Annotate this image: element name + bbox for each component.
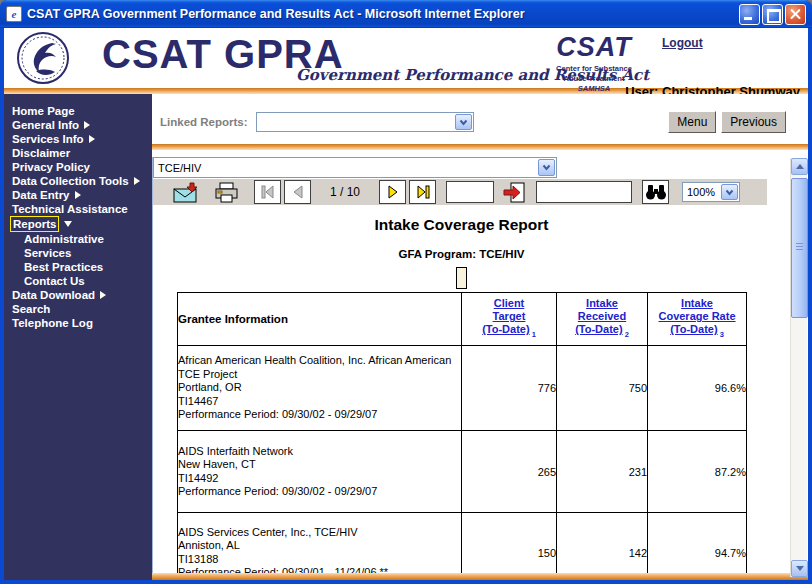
grantee-info-cell: AIDS Services Center, Inc., TCE/HIV Anni… xyxy=(178,513,462,581)
intake-received-cell: 142 xyxy=(557,513,648,581)
sidebar-item-administrative[interactable]: Administrative xyxy=(12,232,152,246)
sidebar-item-general-info[interactable]: General Info xyxy=(12,118,152,132)
grantee-info-header: Grantee Information xyxy=(178,293,462,346)
csat-logo-name: CSAT xyxy=(540,32,648,63)
chevron-down-icon[interactable] xyxy=(538,159,555,176)
last-page-button[interactable] xyxy=(409,180,436,204)
last-page-icon xyxy=(416,185,430,199)
search-input[interactable] xyxy=(536,181,632,203)
scroll-up-button[interactable] xyxy=(791,158,808,175)
intake-received-cell: 231 xyxy=(557,431,648,513)
grantee-info-cell: AIDS Interfaith Network New Haven, CT TI… xyxy=(178,431,462,513)
zoom-value: 100% xyxy=(684,186,721,198)
coverage-table: Grantee Information Client Target (To-Da… xyxy=(177,292,747,580)
sidebar-item-technical-assistance[interactable]: Technical Assistance xyxy=(12,202,152,216)
table-row: AIDS Services Center, Inc., TCE/HIV Anni… xyxy=(178,513,747,581)
arrow-right-icon xyxy=(89,135,95,143)
table-header-row: Grantee Information Client Target (To-Da… xyxy=(178,293,747,346)
csat-logo-line3: Abuse Treatment xyxy=(540,75,648,83)
arrow-right-icon xyxy=(100,291,106,299)
coverage-rate-header[interactable]: Intake Coverage Rate (To-Date)3 xyxy=(648,293,747,346)
next-page-icon xyxy=(387,185,399,199)
sidebar-item-data-entry[interactable]: Data Entry xyxy=(12,188,152,202)
footnote-marker: 2 xyxy=(625,330,629,339)
window-title: CSAT GPRA Government Performance and Res… xyxy=(27,7,739,21)
previous-page-button[interactable] xyxy=(284,180,311,204)
chevron-down-icon[interactable] xyxy=(721,184,738,200)
binoculars-icon xyxy=(645,184,667,200)
intake-received-header[interactable]: Intake Received (To-Date)2 xyxy=(557,293,648,346)
previous-page-icon xyxy=(292,185,304,199)
sidebar-item-services[interactable]: Services xyxy=(12,246,152,260)
title-bar: e CSAT GPRA Government Performance and R… xyxy=(0,0,812,28)
report-program-value: TCE/HIV xyxy=(155,162,538,174)
sidebar-item-home-page[interactable]: Home Page xyxy=(12,104,152,118)
app-header: CSAT GPRA Government Performance and Res… xyxy=(4,28,808,88)
goto-page-button[interactable] xyxy=(502,182,526,203)
report-placeholder-box xyxy=(456,267,467,289)
window-controls xyxy=(739,4,806,25)
footer-divider xyxy=(152,573,808,580)
sidebar-item-data-download[interactable]: Data Download xyxy=(12,288,152,302)
export-button[interactable] xyxy=(173,182,200,203)
vertical-scrollbar[interactable] xyxy=(790,158,807,577)
linked-reports-bar: Linked Reports: Menu Previous xyxy=(152,110,808,134)
report-subtitle: GFA Program: TCE/HIV xyxy=(177,248,746,260)
client-target-cell: 265 xyxy=(462,431,557,513)
page-indicator: 1 / 10 xyxy=(311,185,379,199)
sidebar-item-reports[interactable]: Reports xyxy=(12,216,152,232)
coverage-rate-cell: 96.6% xyxy=(648,346,747,431)
search-button[interactable] xyxy=(642,180,669,204)
hhs-eagle-logo xyxy=(16,31,70,89)
report-toolbar: 1 / 10 xyxy=(153,179,767,205)
report-viewer: TCE/HIV xyxy=(152,157,808,580)
table-row: African American Health Coalition, Inc. … xyxy=(178,346,747,431)
maximize-button[interactable] xyxy=(762,4,783,25)
goto-page-input[interactable] xyxy=(446,181,494,203)
arrow-right-icon xyxy=(134,177,140,185)
print-icon xyxy=(214,182,240,203)
scrollbar-thumb[interactable] xyxy=(791,178,808,318)
coverage-rate-cell: 94.7% xyxy=(648,513,747,581)
export-icon xyxy=(173,182,200,203)
sidebar-item-telephone-log[interactable]: Telephone Log xyxy=(12,316,152,330)
previous-button[interactable]: Previous xyxy=(721,111,786,133)
chevron-down-icon[interactable] xyxy=(455,114,472,130)
linked-reports-label: Linked Reports: xyxy=(160,116,248,128)
browser-window: e CSAT GPRA Government Performance and R… xyxy=(0,0,812,584)
first-page-icon xyxy=(261,185,275,199)
linked-reports-select[interactable] xyxy=(256,112,474,132)
report-program-select[interactable]: TCE/HIV xyxy=(153,157,557,178)
sidebar-item-disclaimer[interactable]: Disclaimer xyxy=(12,146,152,160)
intake-received-cell: 750 xyxy=(557,346,648,431)
close-button[interactable] xyxy=(785,4,806,25)
next-page-button[interactable] xyxy=(379,180,406,204)
first-page-button[interactable] xyxy=(254,180,281,204)
sidebar-item-data-collection-tools[interactable]: Data Collection Tools xyxy=(12,174,152,188)
arrow-right-icon xyxy=(84,121,90,129)
minimize-button[interactable] xyxy=(739,4,760,25)
arrow-right-icon xyxy=(75,191,81,199)
section-divider xyxy=(152,144,808,150)
goto-page-icon xyxy=(502,182,526,203)
report-title: Intake Coverage Report xyxy=(177,216,746,234)
client-target-cell: 776 xyxy=(462,346,557,431)
csat-logo-line2: Center for Substance xyxy=(540,65,648,73)
coverage-rate-cell: 87.2% xyxy=(648,431,747,513)
arrow-up-icon xyxy=(796,164,804,169)
print-button[interactable] xyxy=(214,182,240,203)
arrow-down-icon xyxy=(64,221,72,227)
scroll-down-button[interactable] xyxy=(791,560,808,577)
client-target-header[interactable]: Client Target (To-Date)1 xyxy=(462,293,557,346)
logout-link[interactable]: Logout xyxy=(662,36,703,50)
sidebar-item-search[interactable]: Search xyxy=(12,302,152,316)
zoom-select[interactable]: 100% xyxy=(682,182,740,202)
report-page: Intake Coverage Report GFA Program: TCE/… xyxy=(153,205,808,580)
sidebar-item-services-info[interactable]: Services Info xyxy=(12,132,152,146)
content-area: Linked Reports: Menu Previous xyxy=(152,94,808,580)
table-row: AIDS Interfaith Network New Haven, CT TI… xyxy=(178,431,747,513)
sidebar-item-best-practices[interactable]: Best Practices xyxy=(12,260,152,274)
sidebar-item-privacy-policy[interactable]: Privacy Policy xyxy=(12,160,152,174)
menu-button[interactable]: Menu xyxy=(668,111,716,133)
sidebar-item-contact-us[interactable]: Contact Us xyxy=(12,274,152,288)
